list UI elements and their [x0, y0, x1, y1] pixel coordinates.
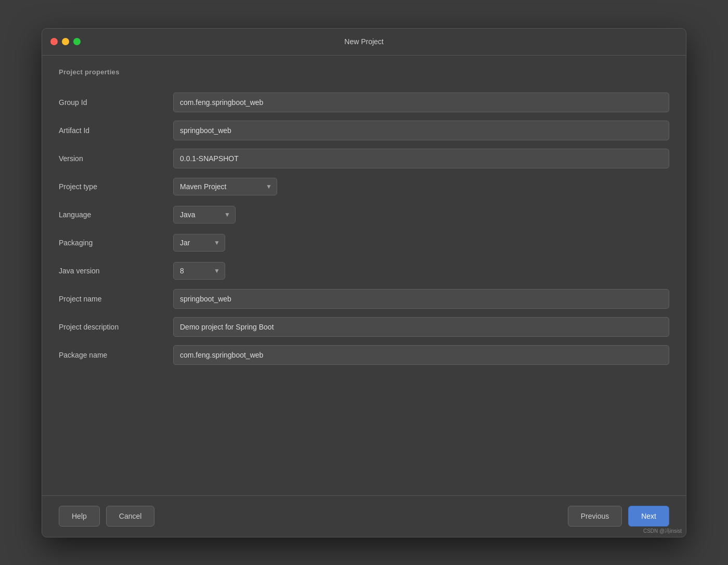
- artifact-id-input[interactable]: [173, 121, 669, 140]
- java-version-control: 8 11 17 21 ▼: [173, 262, 669, 280]
- group-id-input[interactable]: [173, 93, 669, 112]
- packaging-control: Jar War ▼: [173, 234, 669, 252]
- packaging-row: Packaging Jar War ▼: [59, 229, 669, 257]
- language-select[interactable]: Java Kotlin Groovy: [173, 206, 236, 224]
- language-row: Language Java Kotlin Groovy ▼: [59, 201, 669, 229]
- group-id-label: Group Id: [59, 98, 173, 107]
- group-id-row: Group Id: [59, 88, 669, 116]
- version-label: Version: [59, 154, 173, 163]
- project-description-control: [173, 317, 669, 337]
- minimize-button[interactable]: [62, 38, 69, 45]
- project-description-input[interactable]: [173, 317, 669, 337]
- package-name-row: Package name: [59, 341, 669, 369]
- dialog-title: New Project: [344, 37, 383, 46]
- form-grid: Group Id Artifact Id Version: [59, 88, 669, 369]
- maximize-button[interactable]: [73, 38, 81, 45]
- help-button[interactable]: Help: [59, 506, 100, 527]
- footer-right-buttons: Previous Next: [568, 506, 669, 527]
- project-description-label: Project description: [59, 323, 173, 331]
- version-row: Version: [59, 144, 669, 173]
- version-control: [173, 149, 669, 168]
- java-version-label: Java version: [59, 267, 173, 275]
- titlebar: New Project: [42, 29, 686, 56]
- dialog-footer: Help Cancel Previous Next: [42, 495, 686, 537]
- cancel-button[interactable]: Cancel: [106, 506, 155, 527]
- project-type-row: Project type Maven Project Gradle Projec…: [59, 173, 669, 201]
- project-name-row: Project name: [59, 285, 669, 313]
- java-version-row: Java version 8 11 17 21 ▼: [59, 257, 669, 285]
- artifact-id-control: [173, 121, 669, 140]
- language-control: Java Kotlin Groovy ▼: [173, 206, 669, 224]
- project-type-select[interactable]: Maven Project Gradle Project: [173, 178, 277, 195]
- java-version-select[interactable]: 8 11 17 21: [173, 262, 225, 280]
- close-button[interactable]: [50, 38, 58, 45]
- next-button[interactable]: Next: [628, 506, 669, 527]
- project-name-input[interactable]: [173, 289, 669, 309]
- java-version-wrapper: 8 11 17 21 ▼: [173, 262, 225, 280]
- project-type-wrapper: Maven Project Gradle Project ▼: [173, 178, 277, 195]
- new-project-dialog: New Project Project properties Group Id …: [42, 28, 686, 537]
- project-type-control: Maven Project Gradle Project ▼: [173, 178, 669, 195]
- version-input[interactable]: [173, 149, 669, 168]
- group-id-control: [173, 93, 669, 112]
- previous-button[interactable]: Previous: [568, 506, 622, 527]
- package-name-control: [173, 345, 669, 365]
- dialog-content: Project properties Group Id Artifact Id …: [42, 56, 686, 495]
- packaging-select[interactable]: Jar War: [173, 234, 225, 252]
- section-title: Project properties: [59, 68, 669, 76]
- project-type-label: Project type: [59, 182, 173, 191]
- project-name-control: [173, 289, 669, 309]
- packaging-label: Packaging: [59, 239, 173, 247]
- packaging-wrapper: Jar War ▼: [173, 234, 225, 252]
- project-name-label: Project name: [59, 295, 173, 303]
- project-description-row: Project description: [59, 313, 669, 341]
- watermark: CSDN @冯insist: [643, 528, 682, 535]
- language-wrapper: Java Kotlin Groovy ▼: [173, 206, 236, 224]
- footer-left-buttons: Help Cancel: [59, 506, 154, 527]
- language-label: Language: [59, 211, 173, 219]
- package-name-label: Package name: [59, 351, 173, 359]
- package-name-input[interactable]: [173, 345, 669, 365]
- artifact-id-row: Artifact Id: [59, 116, 669, 144]
- artifact-id-label: Artifact Id: [59, 126, 173, 135]
- window-controls: [50, 38, 81, 45]
